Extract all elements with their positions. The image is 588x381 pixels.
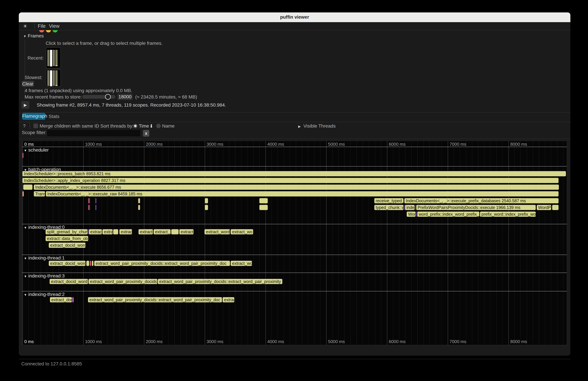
frame-thumbnail[interactable] (46, 47, 61, 68)
frame-bar[interactable] (50, 70, 52, 86)
flamegraph-scope-sliver[interactable] (22, 191, 24, 196)
flamegraph-scope-sliver[interactable] (89, 198, 90, 203)
theme-toggle-icon[interactable]: ☀ (23, 23, 27, 29)
frame-bar[interactable] (47, 50, 49, 66)
flamegraph-scope-bar[interactable]: extrac (223, 297, 234, 302)
frame-bar[interactable] (55, 85, 58, 86)
radio-sort-name[interactable] (156, 124, 161, 128)
frame-bar[interactable] (55, 65, 58, 66)
axis-label: 0 ms (24, 339, 34, 344)
flamegraph-scope-sliver[interactable] (171, 229, 179, 234)
flamegraph-scope-sliver[interactable] (88, 205, 89, 210)
flamegraph-scope-sliver[interactable] (92, 261, 93, 266)
flamegraph-scope-sliver[interactable] (404, 205, 405, 210)
flamegraph-scope-sliver[interactable] (138, 205, 140, 210)
flamegraph-scope-sliver[interactable] (552, 205, 559, 210)
frame-thumbnail[interactable] (46, 69, 61, 87)
flamegraph-scope-bar[interactable]: extract_docid_word (49, 261, 85, 266)
flamegraph-scope-bar[interactable]: extract (89, 229, 102, 234)
flamegraph-scope-bar[interactable]: IndexDocuments<_, _>::execute_prefix_dat… (404, 198, 559, 203)
flamegraph-scope-bar[interactable]: IndexScheduler>::apply_index_operation 8… (22, 178, 559, 183)
frames-usage: 4 frames (1 unpacked) using approximatel… (25, 88, 132, 93)
flamegraph-scope-bar[interactable]: extract_word_pair_proximity_docids::extr… (158, 279, 282, 284)
flamegraph-scope-sliver[interactable] (88, 229, 88, 234)
flamegraph-scope-sliver[interactable] (22, 153, 23, 158)
flamegraph-scope-sliver[interactable] (23, 185, 33, 190)
flamegraph-scope-bar[interactable]: IndexScheduler>::process_batch 8953.821 … (22, 171, 566, 176)
flamegraph-scope-bar[interactable]: extract_docid_word (49, 243, 85, 248)
sort-direction-icon[interactable]: ⬇ (149, 123, 153, 129)
visible-threads-header[interactable]: ▶ Visible Threads (298, 123, 336, 129)
flamegraph-scope-sliver[interactable] (72, 297, 74, 302)
help-button[interactable]: ? (23, 123, 26, 129)
frame-bar[interactable] (55, 50, 58, 65)
flamegraph-scope-sliver[interactable] (95, 205, 96, 210)
flamegraph-scope-bar[interactable]: extrac (119, 229, 132, 234)
flamegraph-scope-bar[interactable]: IndexDocuments<_, _>::execute 8656.677 m… (34, 185, 559, 190)
radio-sort-time[interactable] (133, 124, 138, 128)
flamegraph-scope-bar[interactable]: extract_word_pair_proximity_docids::extr… (94, 261, 230, 266)
flamegraph-canvas[interactable]: 0 ms0 ms1000 ms1000 ms2000 ms2000 ms3000… (22, 141, 567, 345)
scope-label: word_prefix::index_word_prefix_ (417, 212, 479, 216)
flamegraph-scope-sliver[interactable] (89, 205, 90, 210)
frame-bar[interactable] (53, 50, 55, 66)
flamegraph-scope-bar[interactable]: index (405, 205, 415, 210)
flamegraph-scope-sliver[interactable] (259, 198, 268, 203)
flamegraph-scope-bar[interactable]: extract_docid_word (49, 279, 88, 284)
play-button[interactable]: ▶ (21, 101, 29, 109)
thread-header[interactable]: ▼ indexing-thread:2 (24, 292, 65, 297)
thread-header[interactable]: ▼ scheduler (24, 147, 49, 153)
flamegraph-scope-sliver[interactable] (415, 205, 416, 210)
divider (30, 123, 30, 129)
flamegraph-scope-sliver[interactable] (259, 205, 268, 210)
flamegraph-scope-bar[interactable]: extract_word_pair_proximity_docids (88, 279, 157, 284)
flamegraph-scope-sliver[interactable] (95, 198, 96, 203)
flamegraph-scope-bar[interactable]: Trans (34, 191, 45, 196)
flamegraph-scope-bar[interactable]: PrefixWordPairsProximityDocids::execute … (416, 205, 536, 210)
menu-file[interactable]: File (38, 23, 46, 29)
frame-bar[interactable] (55, 70, 58, 85)
flamegraph-scope-sliver[interactable] (113, 229, 118, 234)
scope-filter-input[interactable] (47, 129, 141, 137)
flamegraph-scope-bar[interactable]: word_prefix::index_word_prefix_ (417, 212, 480, 217)
menu-view[interactable]: View (49, 23, 59, 29)
flamegraph-scope-bar[interactable]: WordPr (537, 205, 551, 210)
clear-filter-button[interactable]: x (143, 130, 149, 137)
thread-header[interactable]: ▼ indexing-thread:3 (24, 273, 65, 279)
flamegraph-scope-sliver[interactable] (90, 261, 91, 266)
flamegraph-scope-bar[interactable]: extract_word_pair_proximity_docids::extr… (88, 297, 222, 302)
flamegraph-scope-bar[interactable]: receive_typed_ (374, 198, 404, 203)
flamegraph-scope-bar[interactable]: Word (407, 212, 416, 217)
frames-header[interactable]: ▼ Frames (23, 33, 44, 39)
flamegraph-scope-bar[interactable]: extra (102, 229, 113, 234)
flamegraph-scope-bar[interactable]: extract_wo (231, 229, 253, 234)
tab-flamegraph[interactable]: Flamegraph (22, 113, 45, 120)
tab-stats[interactable]: Stats (49, 114, 59, 119)
flamegraph-scope-bar[interactable]: extract::data_from_ob (45, 236, 88, 241)
flamegraph-scope-bar[interactable]: extract (179, 229, 194, 234)
flamegraph-scope-bar[interactable]: extract_ (138, 229, 153, 234)
merge-children-checkbox[interactable] (33, 124, 38, 128)
flamegraph-scope-sliver[interactable] (138, 198, 140, 203)
flamegraph-scope-bar[interactable]: prefix_word::index_prefix_wo (480, 212, 536, 217)
clear-button[interactable]: Clear (22, 81, 34, 87)
scope-label: prefix_word::index_prefix_wo (480, 212, 536, 216)
flamegraph-scope-bar[interactable]: extract_wo (231, 261, 252, 266)
flamegraph-scope-sliver[interactable] (86, 261, 89, 266)
frame-bar[interactable] (50, 50, 52, 66)
flamegraph-scope-sliver[interactable] (205, 205, 208, 210)
thread-header[interactable]: ▼ indexing-thread:1 (24, 255, 65, 261)
flamegraph-scope-bar[interactable]: IndexDocuments<_, _>::execute_raw 8459.1… (46, 191, 559, 196)
frame-bar[interactable] (53, 70, 55, 86)
flamegraph-scope-sliver[interactable] (88, 198, 89, 203)
flamegraph-scope-bar[interactable]: split_grenad_by_chun (45, 229, 88, 234)
max-frames-value[interactable]: 18000 (117, 94, 133, 100)
slider-knob[interactable] (105, 94, 111, 100)
frame-bar[interactable] (47, 70, 49, 86)
flamegraph-scope-bar[interactable]: typed_chunk::w (374, 205, 404, 210)
flamegraph-scope-sliver[interactable] (416, 212, 417, 217)
flamegraph-scope-bar[interactable]: extract_doc (50, 297, 72, 302)
flamegraph-scope-bar[interactable]: extract_ (153, 229, 171, 234)
flamegraph-scope-sliver[interactable] (205, 198, 208, 203)
flamegraph-scope-bar[interactable]: extract_word (204, 229, 230, 234)
